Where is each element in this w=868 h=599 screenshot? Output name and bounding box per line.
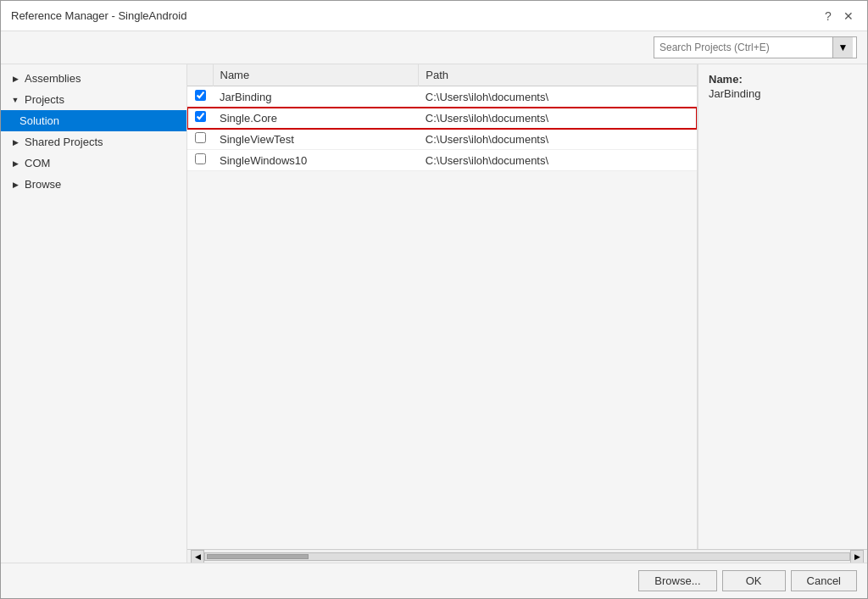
row-path: C:\Users\iloh\documents\ — [419, 150, 697, 171]
row-path: C:\Users\iloh\documents\ — [419, 108, 697, 129]
row-name: SingleWindows10 — [213, 150, 419, 171]
detail-name-label: Name: — [709, 73, 857, 86]
row-name: JarBinding — [213, 86, 419, 108]
help-button[interactable]: ? — [820, 8, 837, 25]
sidebar: Assemblies Projects Solution Shared Proj… — [1, 64, 187, 563]
dialog-window: Reference Manager - SingleAndroid ? ✕ ▼ … — [0, 0, 868, 599]
sidebar-item-projects[interactable]: Projects — [1, 89, 186, 110]
browse-button[interactable]: Browse... — [638, 570, 716, 591]
arrow-icon — [9, 158, 21, 169]
search-input[interactable] — [654, 39, 832, 56]
sidebar-item-com[interactable]: COM — [1, 153, 186, 174]
sidebar-item-assemblies[interactable]: Assemblies — [1, 68, 186, 89]
row-checkbox[interactable] — [195, 153, 206, 164]
sidebar-item-solution[interactable]: Solution — [1, 110, 186, 131]
row-checkbox[interactable] — [195, 90, 206, 101]
sidebar-item-shared-projects[interactable]: Shared Projects — [1, 131, 186, 153]
arrow-icon — [9, 179, 21, 191]
detail-name-value: JarBinding — [709, 87, 857, 100]
main-content: Assemblies Projects Solution Shared Proj… — [1, 64, 867, 563]
close-button[interactable]: ✕ — [840, 8, 857, 25]
sidebar-item-browse[interactable]: Browse — [1, 174, 186, 195]
horizontal-scrollbar: ◀ ▶ — [187, 549, 867, 563]
sidebar-item-label: COM — [25, 157, 50, 169]
sidebar-item-label: Browse — [25, 178, 61, 191]
table-row: SingleWindows10C:\Users\iloh\documents\ — [187, 150, 697, 171]
row-checkbox-cell — [187, 86, 213, 108]
cancel-button[interactable]: Cancel — [791, 570, 857, 591]
arrow-icon — [9, 94, 21, 106]
arrow-icon — [9, 73, 21, 85]
scroll-track — [204, 552, 850, 561]
table-row: JarBindingC:\Users\iloh\documents\ — [187, 86, 697, 108]
detail-panel: Name: JarBinding — [698, 64, 867, 549]
row-checkbox-cell — [187, 108, 213, 129]
row-path: C:\Users\iloh\documents\ — [419, 86, 697, 108]
right-panel: Name Path JarBindingC:\Users\iloh\docume… — [187, 64, 867, 563]
table-row: Single.CoreC:\Users\iloh\documents\ — [187, 108, 697, 129]
top-bar: ▼ — [1, 31, 867, 64]
table-area: Name Path JarBindingC:\Users\iloh\docume… — [187, 64, 867, 549]
arrow-icon — [9, 136, 21, 148]
col-check — [187, 64, 213, 86]
window-title: Reference Manager - SingleAndroid — [11, 9, 186, 22]
ok-button[interactable]: OK — [722, 570, 786, 591]
sidebar-item-label: Shared Projects — [25, 136, 103, 148]
title-bar-buttons: ? ✕ — [820, 8, 857, 25]
row-checkbox[interactable] — [195, 132, 206, 143]
col-path-header[interactable]: Path — [419, 64, 697, 86]
scroll-thumb[interactable] — [207, 554, 309, 559]
col-name-header[interactable]: Name — [213, 64, 419, 86]
sidebar-item-label: Projects — [25, 93, 64, 106]
sidebar-item-label: Assemblies — [25, 72, 81, 85]
row-path: C:\Users\iloh\documents\ — [419, 129, 697, 150]
row-name: Single.Core — [213, 108, 419, 129]
sidebar-item-label: Solution — [19, 114, 59, 127]
row-checkbox[interactable] — [195, 111, 206, 122]
search-box: ▼ — [654, 36, 857, 58]
title-bar: Reference Manager - SingleAndroid ? ✕ — [1, 1, 867, 31]
row-checkbox-cell — [187, 129, 213, 150]
projects-table: Name Path JarBindingC:\Users\iloh\docume… — [187, 64, 697, 171]
table-row: SingleViewTestC:\Users\iloh\documents\ — [187, 129, 697, 150]
search-button[interactable]: ▼ — [832, 37, 853, 58]
scroll-right-arrow[interactable]: ▶ — [850, 550, 864, 563]
list-section: Name Path JarBindingC:\Users\iloh\docume… — [187, 64, 698, 549]
footer: Browse... OK Cancel — [1, 563, 867, 598]
row-name: SingleViewTest — [213, 129, 419, 150]
scroll-left-arrow[interactable]: ◀ — [191, 550, 204, 563]
row-checkbox-cell — [187, 150, 213, 171]
